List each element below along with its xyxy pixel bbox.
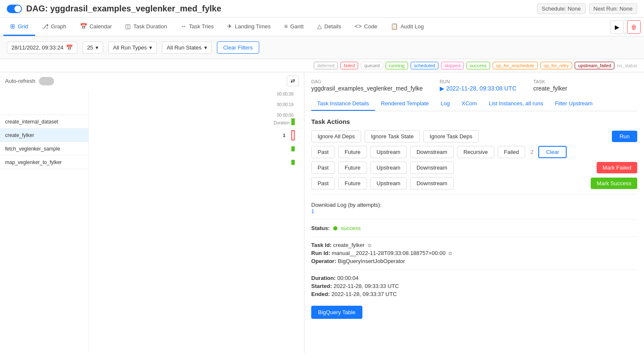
auto-refresh: Auto-refresh	[5, 77, 54, 85]
future-button-mark-success[interactable]: Future	[338, 177, 367, 189]
tab-code[interactable]: <> Code	[348, 18, 384, 36]
tab-graph[interactable]: ⎇ Graph	[35, 18, 73, 36]
tab-audit-log[interactable]: 📋 Audit Log	[384, 18, 430, 36]
recursive-button-clear[interactable]: Recursive	[457, 146, 494, 158]
started-label: Started:	[311, 283, 332, 289]
bar-map-veglenker-to-fylker[interactable]	[291, 160, 295, 165]
downstream-button-clear[interactable]: Downstream	[410, 146, 454, 158]
downstream-button-mark-failed[interactable]: Downstream	[410, 162, 454, 174]
tab-grid[interactable]: ⊞ Grid	[3, 18, 35, 36]
task-name-row[interactable]: create_internal_dataset	[0, 115, 88, 129]
ignore-all-deps-button[interactable]: Ignore All Deps	[311, 130, 361, 143]
task-name-header	[0, 90, 88, 115]
past-button-mark-failed[interactable]: Past	[311, 162, 335, 174]
run-states-value: All Run States	[167, 44, 201, 51]
status-tag-deferred[interactable]: deferred	[314, 62, 338, 69]
task-id-line: Task Id: create_fylker ⧉	[311, 242, 637, 248]
chart-area: 00:00:38 00:00:19 00:00:00 1	[89, 90, 304, 353]
mark-success-button[interactable]: Mark Success	[591, 178, 637, 189]
tab-task-duration[interactable]: ◫ Task Duration	[118, 18, 173, 36]
future-button-mark-failed[interactable]: Future	[338, 162, 367, 174]
past-button-clear[interactable]: Past	[311, 146, 335, 158]
tab-gantt[interactable]: ≡ Gantt	[277, 18, 310, 36]
bar-create-fylker[interactable]	[291, 130, 295, 140]
bigquery-table-button[interactable]: BigQuery Table	[311, 306, 362, 319]
task-name-row[interactable]: fetch_veglenker_sample	[0, 142, 88, 156]
detail-tab-xcom[interactable]: XCom	[456, 97, 483, 111]
schedule-area: Schedule: None Next Run: None	[537, 3, 637, 14]
grid-icon: ⊞	[10, 23, 15, 30]
run-id-copy-icon[interactable]: ⧉	[449, 251, 452, 256]
upstream-button-clear[interactable]: Upstream	[370, 146, 407, 158]
ignore-task-deps-button[interactable]: Ignore Task Deps	[423, 130, 479, 143]
task-id-label: Task Id:	[311, 242, 332, 248]
status-tag-scheduled[interactable]: scheduled	[411, 62, 438, 69]
download-log-link[interactable]: 1	[311, 208, 314, 214]
clear-filters-button[interactable]: Clear Filters	[217, 41, 259, 54]
run-count-select[interactable]: 25 ▾	[82, 41, 103, 54]
ignore-task-state-button[interactable]: Ignore Task State	[364, 130, 420, 143]
run-task-button[interactable]: Run	[612, 131, 637, 142]
mark-failed-button[interactable]: Mark Failed	[597, 162, 637, 173]
status-tag-upstream-failed[interactable]: upstream_failed	[575, 62, 614, 69]
status-tag-queued[interactable]: queued	[361, 62, 383, 69]
date-value: 28/11/2022, 09:33:24	[11, 44, 63, 51]
status-tag-up-for-reschedule[interactable]: up_for_reschedule	[493, 62, 538, 69]
upstream-button-mark-success[interactable]: Upstream	[370, 177, 407, 189]
status-dot	[333, 226, 337, 230]
timing-section: Duration: 00:00:04 Started: 2022-11-28, …	[311, 275, 637, 297]
failed-button-clear[interactable]: Failed	[498, 146, 525, 158]
detail-tab-task-instance[interactable]: Task Instance Details	[311, 97, 375, 111]
tab-landing-times[interactable]: ✈ Landing Times	[220, 18, 277, 36]
calendar-picker-icon: 📅	[66, 44, 73, 51]
task-id-value: create_fylker	[333, 242, 364, 248]
run-id-value: manual__2022-11-28T09:33:08.188757+00:00	[332, 250, 445, 256]
detail-task-value: create_fylker	[533, 85, 567, 92]
grid-expand-button[interactable]: ⇄	[287, 76, 299, 86]
detail-tab-list-instances[interactable]: List Instances, all runs	[483, 97, 549, 111]
detail-tab-filter-upstream[interactable]: Filter Upstream	[549, 97, 599, 111]
bar-create-internal-dataset[interactable]	[291, 118, 295, 125]
ended-label: Ended:	[311, 291, 330, 297]
status-tag-running[interactable]: running	[386, 62, 408, 69]
past-button-mark-success[interactable]: Past	[311, 177, 335, 189]
detail-tab-log[interactable]: Log	[435, 97, 456, 111]
status-tag-skipped[interactable]: skipped	[441, 62, 464, 69]
detail-run-value[interactable]: ▶ 2022-11-28, 09:33:08 UTC	[440, 85, 516, 92]
duration-line: Duration: 00:00:04	[311, 275, 637, 281]
detail-tabs: Task Instance Details Rendered Template …	[311, 97, 637, 111]
downstream-button-mark-success[interactable]: Downstream	[410, 177, 454, 189]
audit-log-icon: 📋	[391, 23, 398, 30]
row-number-2: 2	[530, 149, 533, 155]
upstream-button-mark-failed[interactable]: Upstream	[370, 162, 407, 174]
run-states-chevron: ▾	[204, 44, 207, 51]
schedule-badge: Schedule: None	[537, 3, 586, 14]
tab-calendar[interactable]: 📅 Calendar	[73, 18, 119, 36]
clear-task-button[interactable]: Clear	[538, 146, 567, 158]
run-states-select[interactable]: All Run States ▾	[162, 41, 211, 54]
future-button-clear[interactable]: Future	[338, 146, 367, 158]
operator-line: Operator: BigQueryInsertJobOperator	[311, 258, 637, 264]
delete-dag-button[interactable]: 🗑	[627, 20, 641, 34]
detail-dag-value: yggdrasil_examples_veglenker_med_fylke	[311, 85, 423, 92]
ended-line: Ended: 2022-11-28, 09:33:37 UTC	[311, 291, 637, 297]
status-tag-success[interactable]: success	[466, 62, 490, 69]
date-input[interactable]: 28/11/2022, 09:33:24 📅	[7, 41, 77, 54]
run-types-select[interactable]: All Run Types ▾	[108, 41, 157, 54]
tab-task-tries[interactable]: ↔ Task Tries	[174, 18, 221, 36]
download-section: Download Log (by attempts): 1	[311, 202, 637, 214]
operator-value: BigQueryInsertJobOperator	[338, 258, 405, 264]
detail-tab-rendered-template[interactable]: Rendered Template	[375, 97, 435, 111]
run-dag-button[interactable]: ▶	[610, 20, 624, 34]
calendar-icon: 📅	[80, 23, 87, 30]
run-count-value: 25	[87, 44, 93, 51]
status-tag-failed[interactable]: failed	[340, 62, 358, 69]
status-tag-up-for-retry[interactable]: up_for_retry	[540, 62, 572, 69]
auto-refresh-toggle[interactable]	[39, 77, 54, 85]
tab-details[interactable]: △ Details	[310, 18, 348, 36]
bar-fetch-veglenker-sample[interactable]	[291, 146, 295, 151]
task-id-copy-icon[interactable]: ⧉	[368, 243, 371, 248]
dag-toggle[interactable]	[7, 5, 22, 13]
task-name-row[interactable]: create_fylker	[0, 129, 88, 142]
task-name-row[interactable]: map_veglenker_to_fylker	[0, 156, 88, 169]
